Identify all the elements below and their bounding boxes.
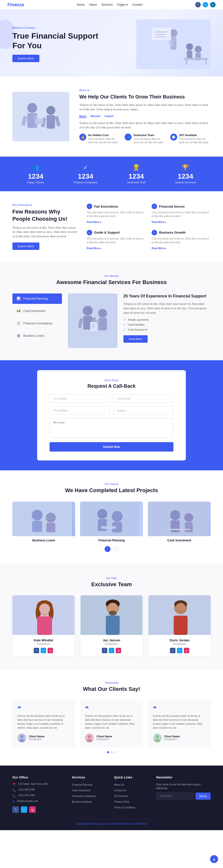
team-0-twitter[interactable]: t: [40, 648, 46, 653]
nav-home[interactable]: Home: [77, 3, 84, 6]
team-0-instagram[interactable]: ig: [48, 648, 53, 653]
footer-service-2[interactable]: Financial Consultancy: [72, 795, 96, 798]
hero-image-area: [111, 20, 211, 69]
service-item-1[interactable]: 💵 Cash Investment: [12, 306, 62, 316]
footer-quick-3[interactable]: Privacy Policy: [114, 801, 129, 803]
footer-quick-2[interactable]: Our Services: [114, 795, 128, 798]
footer-newsletter-title: Newsletter: [156, 775, 211, 779]
check-icon-1: ✓: [151, 204, 157, 209]
check-icon-3: ✓: [151, 230, 157, 235]
footer-quick-0[interactable]: About Us: [114, 783, 124, 786]
why-cta-button[interactable]: Explore More: [12, 243, 39, 250]
footer-service-0[interactable]: Financial Planning: [72, 783, 92, 786]
why-read-more-1[interactable]: Read More ▸: [151, 221, 166, 223]
team-1-instagram[interactable]: ig: [116, 648, 121, 653]
about-tab-impact[interactable]: Impact: [105, 115, 113, 118]
feature-1-text: Ctra erat ipsum diam sit amet nec vel di…: [134, 137, 165, 144]
projects-next-button[interactable]: ›: [112, 546, 118, 552]
linkedin-icon[interactable]: in: [210, 2, 216, 7]
svg-point-65: [109, 611, 117, 616]
svg-point-30: [98, 309, 107, 318]
why-item-0-title: Fair Executions: [94, 205, 118, 208]
about-tab-basic[interactable]: Basic: [79, 115, 86, 118]
testimonial-dot-1[interactable]: [111, 751, 112, 753]
team-info-1: Jac Jacson Designation f t ig: [81, 635, 143, 657]
project-card-1[interactable]: Financial Planning: [80, 501, 143, 542]
service-check-0-label: Simple payments: [128, 318, 149, 321]
team-name-2: Doris Jordan: [152, 639, 207, 642]
footer-instagram[interactable]: ig: [29, 806, 36, 813]
services-read-more-button[interactable]: Read More: [123, 335, 148, 343]
nav-pages[interactable]: Pages ▾: [117, 3, 128, 6]
why-read-more-0[interactable]: Read More ▸: [87, 221, 101, 223]
testimonial-0-text: Dolores aut illo possimus dolor sit ab a…: [17, 714, 70, 730]
financial-planning-icon: 📊: [16, 297, 21, 301]
contact-subject-input[interactable]: [113, 406, 173, 415]
footer-quick-1[interactable]: Contact Us: [114, 789, 126, 792]
why-read-more-2[interactable]: Read More ▸: [87, 247, 101, 250]
team-2-twitter[interactable]: t: [177, 648, 183, 653]
nav-contact[interactable]: Contact: [132, 3, 142, 6]
projects-navigation: ‹ ›: [12, 546, 211, 552]
logo[interactable]: Finanza: [7, 2, 24, 7]
contact-submit-button[interactable]: Submit Now: [50, 442, 173, 452]
nav-about[interactable]: About: [89, 3, 96, 6]
footer-social-row: f t ig: [12, 806, 64, 813]
contact-message-input[interactable]: [50, 418, 173, 438]
footer-service-1[interactable]: Cash Investment: [72, 789, 90, 792]
hero-cta-button[interactable]: Explore More: [12, 55, 39, 62]
contact-name-input[interactable]: [50, 395, 110, 403]
footer-service-3[interactable]: Business Analysis: [72, 801, 92, 803]
facebook-icon[interactable]: f: [195, 2, 201, 7]
team-1-twitter[interactable]: t: [109, 648, 114, 653]
project-card-2[interactable]: Cash Investment: [148, 501, 211, 542]
projects-title: We Have Completed Latest Projects: [12, 487, 211, 494]
footer-twitter[interactable]: t: [21, 806, 27, 813]
team-title: Exclusive Team: [12, 581, 211, 588]
team-2-facebook[interactable]: f: [170, 648, 175, 653]
testimonial-2: ❝ Dolores aut illo possimus dolor sit ab…: [148, 700, 211, 747]
testimonial-dot-0[interactable]: [107, 751, 109, 753]
stat-3-label: Awards Achieved: [175, 181, 196, 184]
projects-prev-button[interactable]: ‹: [105, 546, 111, 552]
contact-mobile-input[interactable]: [50, 406, 110, 415]
footer-facebook[interactable]: f: [12, 806, 19, 813]
why-item-1: ✓ Financial Secure Ctra erat ipsum at et…: [151, 204, 211, 224]
team-grid: Kate Windlet Designation f t ig: [12, 595, 211, 657]
stat-2-label: Dedicated Staff: [127, 181, 145, 184]
service-item-2[interactable]: 📋 Financial Consultancy: [12, 318, 62, 329]
newsletter-form: SignUp: [156, 793, 211, 800]
twitter-icon[interactable]: t: [203, 2, 208, 7]
phone-icon-2: 📞: [12, 794, 16, 798]
about-feature-2: 🕐 24/7 Available Ctra erat ipsum diam si…: [170, 134, 211, 144]
about-tab-mission[interactable]: Mission: [90, 115, 101, 118]
footer-quick-4[interactable]: Terms & Conditions: [114, 806, 136, 809]
team-0-facebook[interactable]: f: [34, 648, 39, 653]
svg-point-76: [88, 735, 91, 738]
svg-point-51: [184, 513, 193, 522]
stat-0-number: 1234: [27, 173, 44, 180]
footer-services-title: Services: [72, 775, 107, 779]
services-list: 📊 Financial Planning 💵 Cash Investment 📋…: [12, 293, 62, 348]
no-hidden-cost-icon: 💰: [79, 134, 86, 141]
project-card-0[interactable]: Business Loans: [12, 501, 75, 542]
footer-newsletter: Newsletter Dolor amet sit erat elit dolo…: [156, 775, 211, 813]
newsletter-email-input[interactable]: [156, 793, 194, 800]
newsletter-signup-button[interactable]: SignUp: [195, 793, 211, 800]
why-read-more-3[interactable]: Read More ▸: [151, 247, 166, 250]
email-icon: ✉: [12, 800, 15, 803]
service-check-0: ✓ Simple payments: [123, 318, 211, 321]
team-1-facebook[interactable]: f: [102, 648, 107, 653]
client-title-2: Designation: [164, 738, 180, 741]
hero-content: Welcome to Finanza True Financial Suppor…: [12, 27, 111, 62]
hero-image: [136, 20, 211, 69]
service-check-2: ✓ Cash Assurance: [123, 328, 211, 331]
footer-office-title: Our Office: [12, 775, 64, 779]
service-item-0[interactable]: 📊 Financial Planning: [12, 293, 62, 304]
testimonial-dot-2[interactable]: [114, 751, 116, 753]
contact-email-input[interactable]: [113, 395, 173, 403]
stats-section: 👥 1234 Happy Clients ✓ 1234 Projects Com…: [0, 157, 223, 191]
nav-services[interactable]: Services: [101, 3, 113, 6]
team-2-instagram[interactable]: ig: [184, 648, 189, 653]
service-item-3[interactable]: 🏦 Business Loans: [12, 331, 62, 341]
